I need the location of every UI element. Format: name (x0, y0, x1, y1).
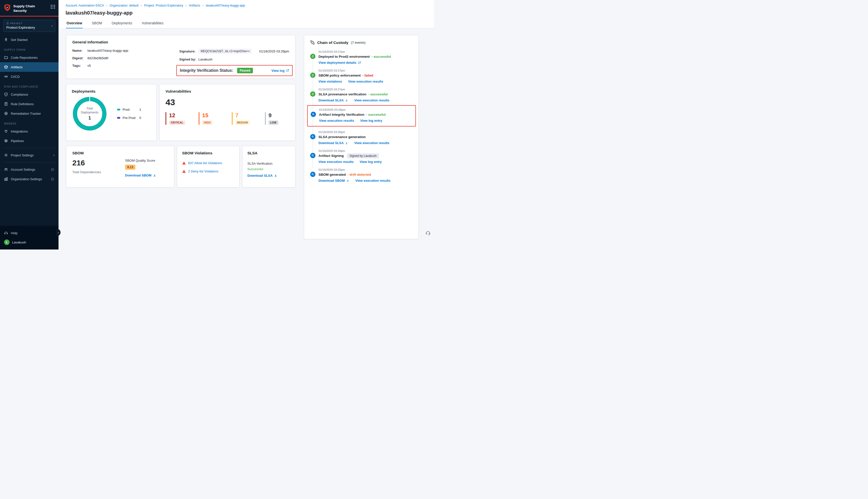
gear-icon (4, 153, 8, 157)
download-slsa-link[interactable]: Download SLSA (318, 141, 348, 145)
signature-row: Signature: MEQCICde2VjIT...bL+2+mqnOXw==… (179, 49, 289, 54)
page-title: lavakush07/easy-buggy-app (65, 10, 434, 16)
deny-list-violations-link[interactable]: 2 Deny list Violations (188, 169, 218, 173)
overview-column: General Information Name: lavakush07/eas… (66, 35, 296, 250)
view-log-entry-link[interactable]: View log entry (360, 119, 382, 122)
general-info-right: Signature: MEQCICde2VjIT...bL+2+mqnOXw==… (179, 49, 289, 76)
tab-overview[interactable]: Overview (66, 19, 83, 28)
sidebar-item-artifacts[interactable]: Artifacts (0, 62, 59, 72)
breadcrumb-organization[interactable]: Organization: default (109, 4, 138, 7)
sidebar-item-project-settings[interactable]: Project Settings › (0, 150, 59, 160)
app-root: Supply Chain Security PROJECT Product Ex… (0, 0, 434, 250)
event-timestamp: 01/16/2025 03:26pm (319, 108, 412, 111)
event-title: SBOM policy enforcement - failed (318, 74, 412, 77)
event-title: SLSA provenance generation (318, 135, 412, 139)
event-artifact-integrity-verification: 01/16/2025 03:26pm Artifact Integrity Ve… (307, 105, 416, 126)
breadcrumb-artifacts[interactable]: Artifacts (189, 4, 200, 7)
sidebar-item-integrations[interactable]: Integrations (0, 126, 59, 136)
view-execution-results-link[interactable]: View execution results (355, 179, 390, 182)
sidebar-item-account-settings[interactable]: Account Settings (0, 165, 59, 174)
low-label: LOW (268, 121, 278, 125)
tab-bar: Overview SBOM Deployments Vulnerabilitie… (65, 19, 434, 28)
sync-icon (310, 73, 315, 78)
download-icon (346, 179, 349, 182)
donut-center-value: 1 (88, 115, 91, 121)
sbom-violations-title: SBOM Violations (182, 151, 234, 155)
sidebar-item-compliance[interactable]: Compliance (0, 89, 59, 99)
sidebar-item-rule-definitions[interactable]: Rule Definitions (0, 99, 59, 109)
slsa-card: SLSA SLSA Verification Successful Downlo… (242, 146, 296, 187)
avatar: L (4, 240, 10, 245)
brand-accent-divider (0, 16, 59, 16)
breadcrumb-separator: › (185, 3, 186, 7)
signature-value: MEQCICde2VjIT...bL+2+mqnOXw== (198, 49, 252, 54)
download-sbom-link[interactable]: Download SBOM (318, 179, 349, 182)
event-sbom-generated: 01/16/2025 03:25pm SBOM generated - drif… (310, 168, 412, 187)
headset-icon (4, 231, 8, 235)
project-selector[interactable]: PROJECT Product Exploratory › (3, 20, 55, 32)
deployments-donut-chart: Total Deployments 1 (73, 97, 107, 131)
severity-low: 9 LOW (265, 112, 285, 125)
signed-by-value: Lavakush (198, 58, 213, 61)
sidebar-item-pipelines[interactable]: Pipelines (0, 136, 59, 146)
nav-divider (3, 162, 55, 162)
chevron-right-icon: › (51, 23, 53, 28)
info-icon[interactable] (50, 168, 55, 171)
legend-item-preprod: Pre Prod 0 (117, 116, 141, 120)
event-slsa-provenance-generation: 01/16/2025 03:26pm SLSA provenance gener… (310, 131, 412, 149)
prod-legend-dot (117, 109, 120, 110)
sidebar-footer: Help L Lavakush (0, 226, 59, 250)
project-name: Product Exploratory (6, 26, 49, 29)
help-button[interactable]: Help (0, 228, 59, 238)
sbom-card: SBOM 216 Total Dependencies SBOM Quality… (66, 146, 174, 187)
tags-row: Tags: v5 (72, 64, 170, 68)
severity-row: 12 CRITICAL 15 HIGH 7 MEDIUM (166, 112, 289, 125)
download-icon (345, 99, 348, 102)
breadcrumb-project[interactable]: Project: Product Exploratory (144, 4, 183, 7)
artifact-name-value: lavakush07/easy-buggy-app (87, 49, 128, 52)
support-icon[interactable] (425, 230, 431, 236)
view-execution-results-link[interactable]: View execution results (354, 141, 389, 145)
view-execution-results-link[interactable]: View execution results (354, 98, 389, 102)
shield-logo-icon (4, 4, 11, 12)
module-grid-icon[interactable] (51, 5, 55, 9)
sidebar: Supply Chain Security PROJECT Product Ex… (0, 0, 59, 250)
digest-row: Digest: 8d23bd3b5d8f (72, 56, 170, 60)
download-slsa-link[interactable]: Download SLSA (318, 98, 348, 102)
sidebar-item-organization-settings[interactable]: Organization Settings (0, 174, 59, 184)
tab-deployments[interactable]: Deployments (111, 19, 133, 28)
breadcrumb: Account: Automation-SSCA › Organization:… (65, 3, 434, 7)
view-execution-results-link[interactable]: View execution results (319, 119, 354, 122)
info-icon[interactable] (50, 178, 55, 181)
breadcrumb-account[interactable]: Account: Automation-SSCA (65, 4, 104, 7)
tab-sbom[interactable]: SBOM (91, 19, 103, 28)
project-label: PROJECT (6, 22, 49, 25)
sbom-quality-label: SBOM Quality Score (125, 159, 156, 162)
view-execution-results-link[interactable]: View execution results (348, 80, 383, 83)
critical-label: CRITICAL (169, 121, 185, 125)
event-status: - successful (372, 55, 391, 59)
breadcrumb-current[interactable]: lavakush07/easy-buggy-app (206, 4, 245, 7)
user-menu[interactable]: L Lavakush (0, 238, 59, 246)
allow-list-violations-link[interactable]: 637 Allow list Violations (188, 161, 222, 165)
download-slsa-link[interactable]: Download SLSA (248, 174, 277, 178)
view-log-link[interactable]: View log (272, 69, 289, 73)
sidebar-item-cicd[interactable]: CI/CD (0, 72, 59, 81)
sidebar-nav: Get Started SUPPLY CHAIN Code Repositori… (0, 33, 59, 226)
event-status: - drift detected (348, 173, 371, 177)
donut-legend: Prod 1 Pre Prod 0 (117, 108, 141, 120)
users-icon (4, 168, 8, 171)
view-log-entry-link[interactable]: View log entry (360, 160, 382, 164)
content-area: General Information Name: lavakush07/eas… (59, 28, 434, 250)
sidebar-item-remediation-tracker[interactable]: Remediation Tracker (0, 109, 59, 118)
tab-vulnerabilities[interactable]: Vulnerabilities (141, 19, 164, 28)
view-violations-link[interactable]: View violations (318, 80, 342, 83)
download-sbom-link[interactable]: Download SBOM (125, 173, 156, 177)
warning-icon (182, 169, 186, 173)
view-execution-results-link[interactable]: View execution results (318, 160, 354, 164)
infinity-icon (4, 75, 8, 78)
event-status: - failed (362, 74, 373, 77)
view-deployment-details-link[interactable]: View deployment details (318, 61, 361, 64)
sidebar-item-code-repositories[interactable]: Code Repositories (0, 53, 59, 62)
sidebar-item-get-started[interactable]: Get Started (0, 35, 59, 45)
